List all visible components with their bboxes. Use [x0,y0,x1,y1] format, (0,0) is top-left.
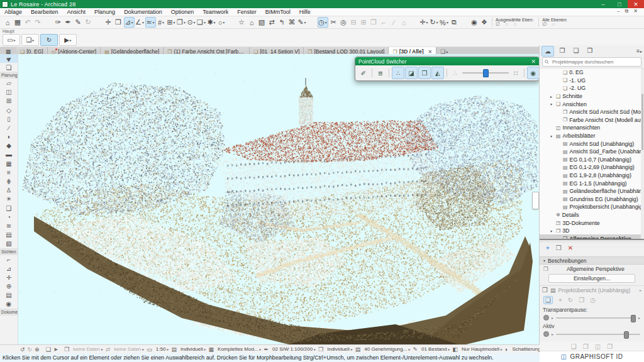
expand-arrow-icon[interactable]: ▾ [550,229,554,233]
toolbar-icon[interactable]: ✒▾ [64,18,73,27]
haupt-toolbar-button[interactable]: ▶▸ [59,34,77,46]
statusbar-control[interactable]: 40 Genehmigung...▸ [363,346,410,352]
tree-scrollbar[interactable] [641,69,644,239]
palette-button[interactable]: ❐ [418,67,431,79]
toolbar-icon[interactable]: ✱▾ [207,18,216,27]
palette-button[interactable] [372,69,372,77]
transparent-slider-handle[interactable] [631,315,636,322]
toolbox-tool[interactable]: ◫ [0,88,18,97]
palette-close-icon[interactable]: ✕ [531,58,536,65]
toolbox-tool[interactable]: ▯ [0,114,18,123]
statusbar-control[interactable]: ▤▸ [171,346,177,353]
navigator-tab[interactable]: ☁ [541,46,554,57]
tree-item[interactable]: ▤Ansicht Süd (Unabhängig) [540,140,644,148]
toolbox-tool[interactable]: Dokume [0,309,18,315]
statusbar-control[interactable]: ▤▸ [355,346,361,353]
statusbar-control[interactable]: 01 Bestand▸ [420,346,450,352]
toolbox-tool[interactable]: ⊕ [0,282,18,291]
tree-item[interactable]: ▾▤Arbeitsblätter [540,132,644,140]
toolbar-icon[interactable]: ▾ [460,18,469,27]
toolbox-tool[interactable]: ▤ [0,231,18,239]
palette-button[interactable]: ∴ [392,67,404,79]
statusbar-control[interactable]: ⇄▸ [106,346,111,353]
trace-toolbar-button[interactable]: ↻ [568,297,573,304]
toolbar-icon[interactable]: ⊟▾ [349,18,358,27]
trace-toolbar-button[interactable]: + [558,297,562,304]
toolbox-tool[interactable]: ▬ [0,150,18,159]
toolbar-icon[interactable]: ✎▾ [74,18,83,27]
toolbox-tool[interactable]: Sichten [0,248,18,255]
toolbox-tool[interactable]: ≡ [0,168,18,177]
toolbar-icon[interactable]: ◉▾ [470,18,479,27]
palette-button[interactable] [462,67,509,79]
pointcloud-scene[interactable] [18,54,540,344]
toolbar-icon[interactable]: ⌂▾ [399,18,409,27]
toolbar-icon[interactable]: ⊞▾ [359,18,369,27]
menu-item[interactable]: Ablage [0,9,26,15]
toolbox-tool[interactable]: ⊞ [0,97,18,106]
toolbar-icon[interactable]: %▾ [440,18,449,27]
navigator-tab[interactable]: ❏ [570,46,582,55]
tree-item[interactable]: ▤Grundriss EG (Unabhängig) [540,195,644,204]
toolbar-icon[interactable]: ⊿▾ [124,17,135,28]
trace-reference-row[interactable]: ❒ ▤ Projektübersicht (Unabhängig) ▸ [540,285,644,294]
tree-item[interactable]: ❐Farbe Ansicht Ost (Modell automatisch w… [540,116,644,124]
statusbar-control[interactable]: 02 S/W 1:100/200▸ [271,346,316,352]
haupt-toolbar-button[interactable]: ❏▸ [21,34,39,46]
statusbar-control[interactable]: 1:50▸ [155,346,169,352]
palette-button[interactable]: ◉ [527,67,540,79]
transparent-slider[interactable] [556,317,636,319]
palette-button[interactable] [524,69,525,77]
toolbox-tool[interactable]: ❏ [0,63,18,72]
toolbar-icon[interactable]: ▾ [227,18,236,27]
navigator-tab[interactable]: ❒ [584,46,596,55]
maximize-button[interactable]: □ [611,0,628,8]
toolbar-icon[interactable]: ❖▾ [480,18,489,27]
tree-item[interactable]: ▾❏Ansichten [540,100,644,108]
toolbar-icon[interactable]: ⌐▾ [379,18,389,27]
panel-bottom-button[interactable]: ❒ [607,343,613,350]
statusbar-control[interactable]: ❐▸ [64,346,69,353]
tree-item[interactable]: ⊕Details [540,211,644,219]
palette-button[interactable]: ∷ [510,67,521,79]
toolbar-icon[interactable]: ▧▾ [257,18,267,27]
statusbar-control[interactable]: ↺▸ [20,346,25,353]
layer-icons[interactable]: ∅ ◌ [542,22,557,27]
toolbar-icon[interactable]: ▾ [308,18,317,27]
toolbar-icon[interactable]: ✎▾ [297,18,307,27]
search-input[interactable] [551,58,635,65]
toolbar-icon[interactable]: ↷▾ [33,18,43,27]
active-slider[interactable] [556,334,640,335]
panel-bottom-button[interactable]: ❏ [571,343,577,350]
toolbar-icon[interactable]: ⊙▾ [187,18,196,27]
haupt-toolbar-button[interactable]: ↻▸ [40,34,58,46]
statusbar-control[interactable]: keine Daten▸ [113,346,145,352]
statusbar-control[interactable]: Komplettes Mod...▸ [216,346,262,352]
toolbar-icon[interactable]: ✂▾ [329,18,338,27]
statusbar-control[interactable]: ↻▸ [28,346,33,353]
statusbar-control[interactable]: ✒▸ [264,346,269,353]
3d-viewport[interactable]: PointCloud Switcher ✕ ✐≣∴◪❐◭∴∷◉◬▤↪ [18,54,540,344]
tree-item[interactable]: ▾❒3D [540,227,644,235]
document-window-controls[interactable]: –⧉✕ [617,8,641,14]
menu-item[interactable]: Planung [90,9,119,15]
toolbox-tool[interactable]: ◔ [0,212,18,221]
toolbox-tool[interactable]: Planung [0,72,18,79]
tree-item[interactable]: ❐Ansicht Süd Ansicht Süd (Modell automat… [540,108,644,116]
toolbox-tool[interactable]: ∕ [0,123,18,132]
menu-item[interactable]: Bearbeiten [26,9,63,15]
toolbar-icon[interactable]: ⧉▾ [450,18,459,27]
toolbox-tool[interactable]: ♙ [0,186,18,195]
statusbar-control[interactable]: ▭▸ [147,346,152,353]
minimize-button[interactable]: – [595,0,611,8]
menu-item[interactable]: BIMmTool [261,9,295,15]
toolbar-icon[interactable]: ⊞▾ [167,18,176,27]
toolbar-icon[interactable]: ∕▾ [389,18,399,27]
toolbar-icon[interactable]: ☆▾ [237,18,247,27]
haupt-toolbar-button[interactable]: ▭▸ [3,34,20,46]
toolbar-icon[interactable]: ◷▾ [318,17,328,28]
tree-item[interactable]: ▤Projektübersicht (Unabhängig) [540,203,644,211]
settings-button[interactable]: Einstellungen... [548,274,635,283]
toolbar-icon[interactable]: ↰▾ [277,18,287,27]
statusbar-control[interactable]: ▦▸ [209,346,214,353]
